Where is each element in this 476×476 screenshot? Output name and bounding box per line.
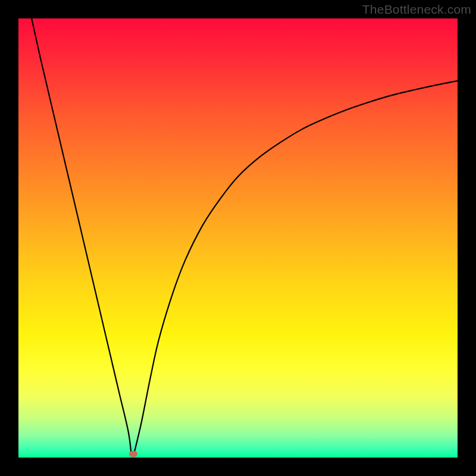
bottleneck-curve: [18, 18, 458, 458]
watermark-text: TheBottleneck.com: [362, 2, 471, 17]
curve-path: [32, 18, 458, 454]
minimum-marker: [129, 451, 137, 458]
chart-frame: TheBottleneck.com: [0, 0, 476, 476]
plot-area: [18, 18, 458, 458]
